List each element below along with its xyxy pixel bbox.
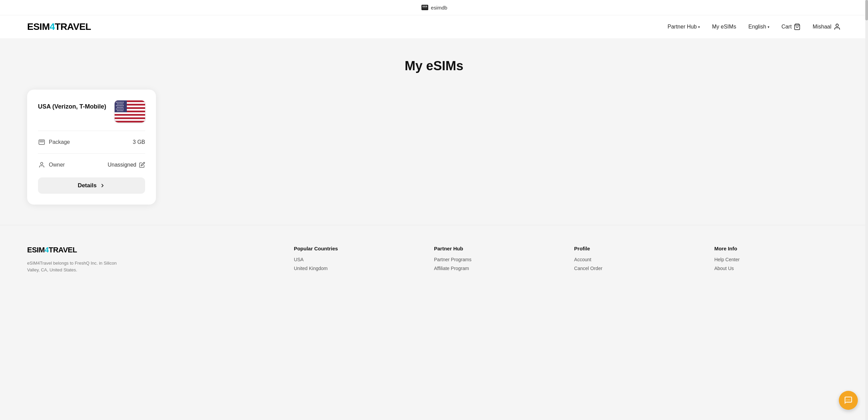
footer-content: ESIM4TRAVEL eSIM4Travel belongs to Fresh… [27, 246, 841, 274]
svg-point-26 [41, 163, 43, 165]
esimdb-icon [421, 3, 429, 12]
footer-partner-title: Partner Hub [434, 246, 560, 251]
brand-esim: ESIM [27, 21, 50, 32]
language-nav[interactable]: English ▾ [748, 24, 769, 30]
package-amount: 3 GB [133, 139, 145, 145]
svg-rect-13 [115, 119, 145, 121]
package-value: 3 GB [133, 139, 145, 145]
footer-col-profile: Profile Account Cancel Order [574, 246, 701, 274]
footer-link-partner-programs[interactable]: Partner Programs [434, 257, 560, 262]
svg-point-29 [849, 400, 850, 400]
user-name: Mishaal [813, 24, 831, 30]
svg-text:★★★★★: ★★★★★ [117, 110, 124, 112]
us-flag: ★★★★★★ ★★★★★ ★★★★★★ ★★★★★ ★★★★★★ ★★★★★ [115, 100, 145, 122]
card-divider-2 [38, 153, 145, 154]
language-label: English [748, 24, 766, 30]
footer-link-uk[interactable]: United Kingdom [294, 266, 420, 271]
user-icon [833, 23, 841, 31]
brand-travel: TRAVEL [55, 21, 91, 32]
chevron-down-icon: ▾ [698, 25, 700, 29]
svg-point-27 [847, 400, 847, 400]
my-esims-nav[interactable]: My eSIMs [712, 24, 736, 30]
owner-label-group: Owner [38, 161, 65, 169]
main-nav: ESIM4TRAVEL Partner Hub ▾ My eSIMs Engli… [0, 15, 868, 38]
footer-link-account[interactable]: Account [574, 257, 701, 262]
svg-rect-24 [43, 141, 44, 142]
card-divider-1 [38, 131, 145, 131]
footer-link-help-center[interactable]: Help Center [714, 257, 841, 262]
page-title: My eSIMs [27, 59, 841, 73]
us-flag-svg: ★★★★★★ ★★★★★ ★★★★★★ ★★★★★ ★★★★★★ ★★★★★ [115, 100, 145, 122]
chevron-right-icon [99, 183, 105, 189]
footer-link-usa[interactable]: USA [294, 257, 420, 262]
footer: ESIM4TRAVEL eSIM4Travel belongs to Fresh… [0, 225, 868, 288]
cart-label: Cart [782, 24, 792, 30]
footer-col-more: More Info Help Center About Us [714, 246, 841, 274]
edit-icon[interactable] [139, 162, 145, 168]
partner-hub-label: Partner Hub [668, 24, 697, 30]
language-chevron-icon: ▾ [768, 25, 769, 29]
owner-row: Owner Unassigned [38, 158, 145, 172]
card-header: USA (Verizon, T-Mobile) ★★★★★★ ★★★★★ [38, 100, 145, 122]
owner-icon [38, 161, 45, 169]
user-nav[interactable]: Mishaal [813, 23, 841, 31]
cart-nav[interactable]: Cart [782, 23, 801, 30]
main-content: My eSIMs USA (Verizon, T-Mobile) [0, 38, 868, 225]
package-label: Package [49, 139, 70, 145]
footer-tagline: eSIM4Travel belongs to FreshQ Inc. in Si… [27, 260, 122, 273]
svg-rect-1 [422, 6, 424, 7]
esim-country: USA (Verizon, T-Mobile) [38, 100, 106, 110]
svg-point-6 [836, 24, 838, 26]
svg-rect-12 [115, 116, 145, 117]
footer-link-about[interactable]: About Us [714, 266, 841, 271]
esimdb-logo[interactable]: esimdb [421, 3, 447, 12]
esimdb-text: esimdb [431, 5, 447, 11]
brand-four: 4 [50, 21, 55, 32]
scroll-thumb[interactable] [865, 0, 868, 20]
footer-brand-esim: ESIM [27, 246, 45, 254]
my-esims-label: My eSIMs [712, 24, 736, 30]
svg-rect-3 [426, 6, 427, 7]
owner-value-group: Unassigned [108, 162, 145, 168]
footer-brand-travel: TRAVEL [49, 246, 77, 254]
package-icon [38, 138, 45, 146]
svg-rect-4 [422, 7, 427, 8]
details-button[interactable]: Details [38, 177, 145, 194]
top-bar: esimdb [0, 0, 868, 15]
svg-rect-25 [40, 142, 44, 142]
svg-rect-22 [40, 141, 41, 142]
esim-card: USA (Verizon, T-Mobile) ★★★★★★ ★★★★★ [27, 90, 156, 205]
partner-hub-nav[interactable]: Partner Hub ▾ [668, 24, 700, 30]
footer-brand-four: 4 [45, 246, 49, 254]
scrollbar[interactable] [865, 0, 868, 420]
footer-col-partner: Partner Hub Partner Programs Affiliate P… [434, 246, 560, 274]
footer-more-title: More Info [714, 246, 841, 251]
owner-label: Owner [49, 162, 65, 168]
package-row: Package 3 GB [38, 135, 145, 149]
package-label-group: Package [38, 138, 70, 146]
chat-icon [844, 396, 853, 405]
footer-profile-title: Profile [574, 246, 701, 251]
footer-link-affiliate[interactable]: Affiliate Program [434, 266, 560, 271]
footer-brand-logo[interactable]: ESIM4TRAVEL [27, 246, 280, 254]
cart-icon [794, 23, 801, 30]
owner-value: Unassigned [108, 162, 137, 168]
svg-point-28 [848, 400, 849, 400]
chat-button[interactable] [839, 391, 858, 410]
footer-brand: ESIM4TRAVEL eSIM4Travel belongs to Fresh… [27, 246, 280, 274]
footer-link-cancel-order[interactable]: Cancel Order [574, 266, 701, 271]
details-label: Details [78, 182, 97, 189]
footer-popular-title: Popular Countries [294, 246, 420, 251]
brand-logo[interactable]: ESIM4TRAVEL [27, 21, 91, 32]
footer-col-popular: Popular Countries USA United Kingdom [294, 246, 420, 274]
nav-links: Partner Hub ▾ My eSIMs English ▾ Cart Mi… [668, 23, 841, 31]
svg-rect-23 [41, 141, 42, 142]
svg-rect-11 [115, 112, 145, 114]
svg-rect-2 [424, 6, 426, 7]
